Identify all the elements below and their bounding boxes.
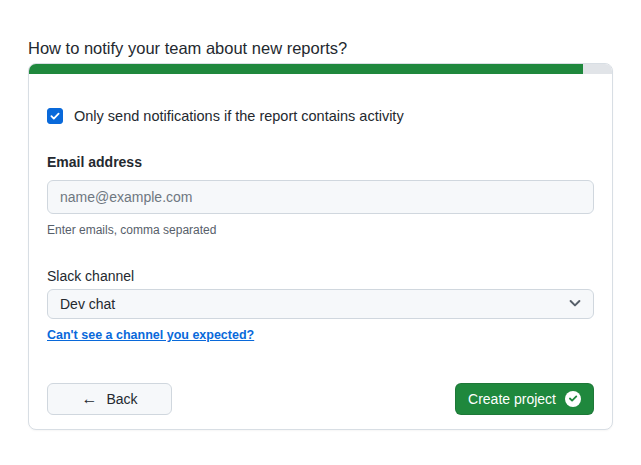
left-arrow-icon: ← [81, 391, 97, 407]
activity-checkbox-row[interactable]: Only send notifications if the report co… [47, 106, 594, 126]
back-button-label: Back [106, 392, 137, 406]
slack-channel-select[interactable]: Dev chat [47, 289, 594, 319]
create-project-button[interactable]: Create project [455, 383, 594, 415]
progress-fill [29, 64, 583, 74]
slack-channel-label: Slack channel [47, 266, 594, 286]
wizard-card: Only send notifications if the report co… [28, 63, 613, 430]
footer-actions: ← Back Create project [47, 383, 594, 415]
progress-bar [29, 64, 612, 74]
email-label: Email address [47, 152, 594, 172]
slack-channel-selected-value: Dev chat [60, 296, 115, 312]
email-helper-text: Enter emails, comma separated [47, 222, 594, 238]
activity-checkbox[interactable] [47, 108, 63, 124]
checkmark-icon [49, 110, 61, 122]
back-button[interactable]: ← Back [47, 383, 172, 415]
email-input[interactable] [47, 180, 594, 214]
channel-help-link[interactable]: Can't see a channel you expected? [47, 327, 254, 343]
create-project-label: Create project [468, 392, 556, 406]
chevron-down-icon [567, 295, 583, 314]
page-title: How to notify your team about new report… [28, 37, 613, 59]
activity-checkbox-label: Only send notifications if the report co… [74, 106, 404, 126]
check-circle-icon [565, 391, 581, 407]
card-body: Only send notifications if the report co… [29, 74, 612, 429]
